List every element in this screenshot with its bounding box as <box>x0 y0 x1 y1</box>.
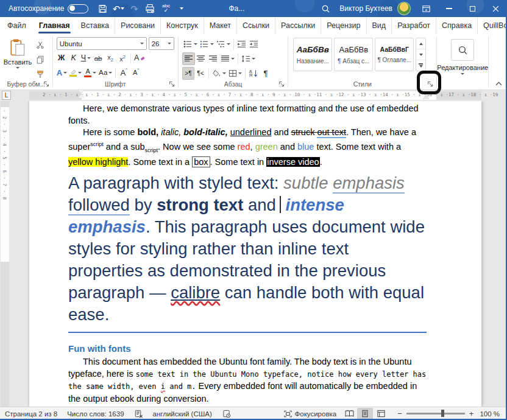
tab-design[interactable]: Конструк <box>161 17 204 34</box>
hanging-indent-marker[interactable] <box>78 94 84 98</box>
bullets-button[interactable] <box>182 38 199 51</box>
font-size-select[interactable]: 26 <box>149 37 174 50</box>
tab-draw[interactable]: Рисовани <box>115 17 161 34</box>
redo-button[interactable]: ↷ <box>126 1 142 16</box>
word-count-status[interactable]: Число слов: 1639 <box>62 407 129 420</box>
tab-mailings[interactable]: Рассылки <box>275 17 321 34</box>
user-name[interactable]: Виктор Бухтеев <box>339 4 392 13</box>
tab-file[interactable]: Файл <box>0 17 34 34</box>
show-paragraph-marks-button[interactable]: ¶ <box>260 67 272 80</box>
spelling-check-button[interactable]: abc ✓ <box>158 1 174 16</box>
document-page[interactable]: Here, we demonstrate various types of in… <box>29 101 481 407</box>
ltr-text-direction-button[interactable]: >¶ <box>182 67 194 80</box>
close-button[interactable] <box>484 0 507 17</box>
ribbon-display-options-button[interactable] <box>414 0 438 17</box>
clipboard-dialog-launcher[interactable] <box>43 81 51 88</box>
grow-font-button[interactable]: Аˆ <box>118 66 130 79</box>
tab-help[interactable]: Справка <box>436 17 478 34</box>
divider <box>208 68 209 79</box>
ruler-main-numbers: ı · 1 · ı · 2 · ı · 3 · ı · 4 · ı · 5 · … <box>85 92 498 97</box>
tab-developer[interactable]: Разработ <box>392 17 436 34</box>
read-mode-icon <box>344 410 355 418</box>
multilevel-list-button[interactable] <box>215 38 232 51</box>
minimize-button[interactable] <box>438 0 461 17</box>
focus-mode-button[interactable]: Фокусировка <box>278 407 342 420</box>
zoom-in-button[interactable]: + <box>469 409 474 418</box>
zoom-slider[interactable] <box>406 413 465 415</box>
cut-button[interactable] <box>34 38 46 51</box>
align-left-button[interactable] <box>182 52 195 65</box>
styles-dialog-launcher[interactable] <box>427 81 434 88</box>
zoom-slider-thumb[interactable] <box>441 410 444 417</box>
borders-button[interactable] <box>227 67 243 80</box>
align-center-button[interactable] <box>195 52 207 65</box>
customize-quick-access-button[interactable] <box>174 1 190 16</box>
decrease-indent-button[interactable] <box>236 38 248 51</box>
copy-button[interactable] <box>34 53 46 66</box>
align-right-button[interactable] <box>207 52 219 65</box>
paragraph-fonts: This document has embedded the Ubuntu fo… <box>68 356 427 405</box>
font-name-select[interactable]: Ubuntu <box>57 37 147 50</box>
rtl-text-direction-button[interactable]: ¶< <box>194 67 207 80</box>
tab-review[interactable]: Рецензир <box>321 17 366 34</box>
first-line-indent-marker[interactable] <box>78 90 84 94</box>
maximize-button[interactable] <box>461 0 484 17</box>
style-card-toc[interactable]: АаБбВвГ ¶ Оглавле... <box>375 38 414 71</box>
find-button[interactable] <box>451 39 474 61</box>
style-card-title[interactable]: АаБбВв Название... <box>293 38 332 71</box>
print-layout-button[interactable] <box>357 408 373 420</box>
change-case-button[interactable]: Аа <box>98 66 113 79</box>
styles-scroll-down-button[interactable] <box>416 49 425 60</box>
text-effects-button[interactable]: А <box>55 66 68 79</box>
language-status[interactable]: английский (США) <box>148 407 217 420</box>
tab-references[interactable]: Ссылки <box>237 17 275 34</box>
mono-i-sample: i <box>161 382 165 391</box>
right-indent-marker[interactable] <box>423 95 429 99</box>
save-button[interactable] <box>94 1 110 16</box>
format-painter-button[interactable] <box>34 68 46 80</box>
tab-insert[interactable]: Вставка <box>76 17 115 34</box>
accessibility-status-button[interactable] <box>217 407 236 420</box>
zoom-out-button[interactable]: − <box>397 409 402 418</box>
font-color-button[interactable]: А <box>83 66 98 79</box>
collapse-ribbon-button[interactable] <box>495 82 502 86</box>
zoom-level[interactable]: 100 % <box>480 410 500 418</box>
clear-formatting-button[interactable]: А <box>133 52 146 65</box>
strikethrough-button[interactable]: ab <box>92 52 104 65</box>
styles-scroll-up-button[interactable] <box>416 38 425 49</box>
bold-button[interactable]: Ж <box>55 52 68 65</box>
paste-button[interactable]: Вставить <box>4 37 32 80</box>
page-number-status[interactable]: Страница 2 из 8 <box>0 407 62 420</box>
justify-button[interactable] <box>219 52 236 65</box>
undo-button[interactable]: ↶ <box>110 1 126 16</box>
avatar[interactable] <box>397 2 411 15</box>
paragraph-dialog-launcher[interactable] <box>278 81 286 88</box>
line-spacing-button[interactable] <box>240 52 257 65</box>
font-color-bar <box>84 75 91 77</box>
autosave-toggle[interactable] <box>68 4 88 13</box>
tab-view[interactable]: Вид <box>367 17 392 34</box>
quick-print-button[interactable] <box>142 1 158 16</box>
read-mode-button[interactable] <box>341 408 357 420</box>
styles-gallery-more-button[interactable] <box>416 60 425 71</box>
superscript-button[interactable]: x2 <box>116 52 129 65</box>
underline-button[interactable]: Ч <box>80 52 92 65</box>
font-dialog-launcher[interactable] <box>169 81 176 88</box>
shrink-font-button[interactable]: Аˇ <box>130 66 142 79</box>
tab-home[interactable]: Главная <box>34 17 76 34</box>
shading-button[interactable] <box>211 67 227 80</box>
style-card-paragraph[interactable]: АаБбВв ¶ Абзац с... <box>334 38 373 71</box>
sort-button[interactable]: АЯ <box>247 67 260 80</box>
highlight-color-button[interactable] <box>68 66 83 79</box>
web-layout-button[interactable] <box>373 408 389 420</box>
search-button[interactable] <box>317 1 333 16</box>
numbering-button[interactable] <box>199 38 215 51</box>
tab-layout[interactable]: Макет <box>204 17 237 34</box>
proofing-errors-button[interactable] <box>129 407 148 420</box>
tab-quillbot[interactable]: QuillBot <box>478 17 507 34</box>
tab-stop-selector[interactable]: L <box>2 91 11 100</box>
indent-markers[interactable] <box>78 90 84 100</box>
increase-indent-button[interactable] <box>248 38 260 51</box>
subscript-button[interactable]: x2 <box>104 52 116 65</box>
italic-button[interactable]: K <box>68 52 80 65</box>
